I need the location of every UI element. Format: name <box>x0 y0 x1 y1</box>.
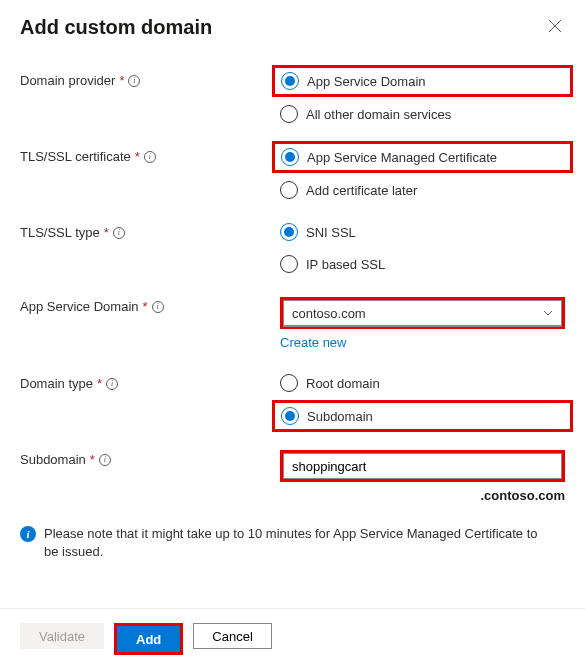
info-icon[interactable]: i <box>106 378 118 390</box>
radio-label: Add certificate later <box>306 183 417 198</box>
info-icon[interactable]: i <box>113 227 125 239</box>
radio-icon <box>280 105 298 123</box>
radio-label: IP based SSL <box>306 257 385 272</box>
domain-type-label: Domain type <box>20 376 93 391</box>
radio-icon <box>280 181 298 199</box>
radio-label: Root domain <box>306 376 380 391</box>
radio-label: App Service Domain <box>307 74 426 89</box>
dropdown-value: contoso.com <box>292 306 366 321</box>
close-icon <box>548 19 562 33</box>
radio-sni-ssl[interactable]: SNI SSL <box>280 223 565 241</box>
required-mark: * <box>104 225 109 240</box>
radio-icon <box>280 223 298 241</box>
radio-all-other-domain-services[interactable]: All other domain services <box>280 105 565 123</box>
page-title: Add custom domain <box>20 16 212 39</box>
radio-managed-certificate[interactable]: App Service Managed Certificate <box>281 148 497 166</box>
radio-root-domain[interactable]: Root domain <box>280 374 565 392</box>
cancel-button[interactable]: Cancel <box>193 623 271 649</box>
validate-button[interactable]: Validate <box>20 623 104 649</box>
chevron-down-icon <box>543 308 553 318</box>
required-mark: * <box>97 376 102 391</box>
info-icon[interactable]: i <box>152 301 164 313</box>
radio-ip-based-ssl[interactable]: IP based SSL <box>280 255 565 273</box>
create-new-link[interactable]: Create new <box>280 335 346 350</box>
required-mark: * <box>143 299 148 314</box>
note-text: Please note that it might take up to 10 … <box>44 525 555 561</box>
radio-icon <box>280 374 298 392</box>
radio-label: Subdomain <box>307 409 373 424</box>
radio-subdomain[interactable]: Subdomain <box>281 407 373 425</box>
close-button[interactable] <box>545 16 565 36</box>
info-icon[interactable]: i <box>144 151 156 163</box>
radio-icon <box>281 148 299 166</box>
tls-type-label: TLS/SSL type <box>20 225 100 240</box>
radio-icon <box>281 72 299 90</box>
info-icon: i <box>20 526 36 542</box>
radio-app-service-domain[interactable]: App Service Domain <box>281 72 426 90</box>
radio-label: All other domain services <box>306 107 451 122</box>
subdomain-label: Subdomain <box>20 452 86 467</box>
app-service-domain-dropdown[interactable]: contoso.com <box>283 300 562 326</box>
info-icon[interactable]: i <box>99 454 111 466</box>
required-mark: * <box>90 452 95 467</box>
tls-cert-label: TLS/SSL certificate <box>20 149 131 164</box>
radio-icon <box>281 407 299 425</box>
radio-label: SNI SSL <box>306 225 356 240</box>
radio-label: App Service Managed Certificate <box>307 150 497 165</box>
radio-icon <box>280 255 298 273</box>
domain-suffix: .contoso.com <box>280 488 565 503</box>
domain-provider-label: Domain provider <box>20 73 115 88</box>
add-button[interactable]: Add <box>117 626 180 652</box>
radio-add-certificate-later[interactable]: Add certificate later <box>280 181 565 199</box>
app-service-domain-label: App Service Domain <box>20 299 139 314</box>
info-icon[interactable]: i <box>128 75 140 87</box>
required-mark: * <box>119 73 124 88</box>
subdomain-input[interactable] <box>283 453 562 479</box>
required-mark: * <box>135 149 140 164</box>
